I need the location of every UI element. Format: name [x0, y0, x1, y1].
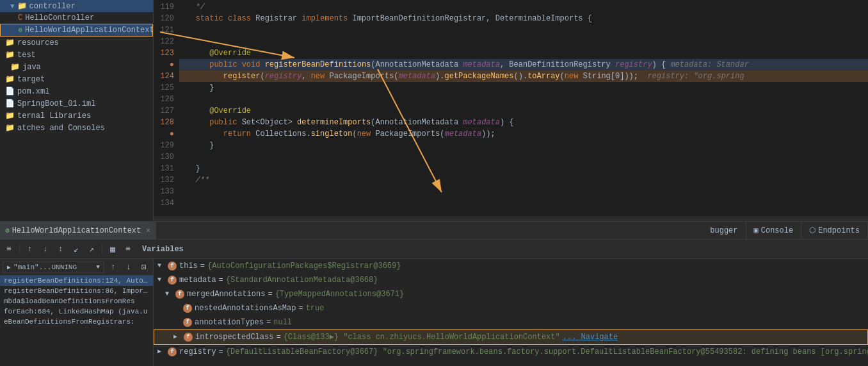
sidebar-item-scratches[interactable]: 📁 atches and Consoles	[0, 122, 153, 134]
var-eq-metadata: =	[219, 274, 223, 286]
var-name-anntypes: annotationTypes	[195, 317, 264, 328]
sidebar-item-iml[interactable]: 📄 SpringBoot_01.iml	[0, 97, 153, 110]
line-num-131: 131	[154, 163, 174, 174]
frames-dropdown[interactable]: ▶ "main"...UNNING ▼	[3, 262, 104, 273]
code-line-123: @Override	[179, 47, 868, 59]
var-val-metadata: {StandardAnnotationMetadata@3668}	[226, 274, 378, 286]
code-content-area[interactable]: */ static class Registrar implements Imp…	[179, 0, 868, 216]
java-file-icon: C	[18, 13, 22, 22]
var-type-icon-anntypes: f	[183, 318, 192, 327]
var-eq-registry: =	[219, 346, 223, 358]
frame-item-4[interactable]: eBeanDefinitionsFromRegistrars:	[0, 317, 153, 327]
var-eq-introspected: =	[276, 331, 280, 343]
frame-item-2[interactable]: mbda$loadBeanDefinitionsFromRes	[0, 296, 153, 306]
folder-icon-controller: 📁	[17, 1, 27, 11]
horizontal-scrollbar[interactable]	[154, 216, 868, 221]
file-icon-iml: 📄	[5, 99, 15, 108]
frames-list: registerBeanDefinitions:124, AutoCo regi…	[0, 276, 153, 366]
frame-item-3[interactable]: forEach:684, LinkedHashMap (java.u	[0, 306, 153, 317]
toolbar-btn-settings[interactable]: ≡	[122, 243, 134, 256]
folder-icon-res: 📁	[5, 38, 15, 47]
frame-item-0[interactable]: registerBeanDefinitions:124, AutoCo	[0, 276, 153, 286]
toolbar-btn-down[interactable]: ↓	[39, 243, 52, 256]
folder-icon-ext: 📁	[5, 111, 15, 121]
line-num-125: 125	[154, 82, 174, 94]
debug-tab-bugger[interactable]: bugger	[702, 222, 746, 239]
sidebar-item-pom[interactable]: 📄 pom.xml	[0, 85, 153, 97]
frame-label: eBeanDefinitionsFromRegistrars:	[4, 318, 135, 326]
frames-down-btn[interactable]: ↓	[122, 261, 135, 274]
sidebar-item-label: atches and Consoles	[17, 124, 105, 133]
var-registry[interactable]: ▶ f registry = {DefaultListableBeanFacto…	[154, 345, 868, 359]
debug-tab-console[interactable]: ▣ Console	[746, 222, 802, 239]
var-introspected-class[interactable]: ▶ f introspectedClass = {Class@133▶} "cl…	[154, 329, 868, 345]
sidebar-item-test[interactable]: 📁 test	[0, 49, 153, 61]
var-nested-annotations[interactable]: f nestedAnnotationsAsMap = true	[154, 301, 868, 315]
code-line-119: */	[179, 1, 868, 13]
file-icon-pom: 📄	[5, 87, 15, 96]
line-num-122: 122	[154, 36, 174, 47]
sidebar-item-label: java	[22, 63, 41, 72]
line-num-134: 134	[154, 197, 174, 209]
code-line-134: /**	[179, 174, 868, 186]
var-val-anntypes: null	[273, 317, 292, 328]
expand-icon-this: ▼	[157, 260, 165, 272]
code-line-126: }	[179, 82, 868, 94]
expand-icon-introspected: ▶	[173, 331, 181, 343]
sidebar-item-controller[interactable]: ▼ 📁 controller	[0, 0, 153, 12]
code-line-129: public Set<Object> determineImports(Anno…	[179, 117, 868, 128]
frames-toolbar: ▶ "main"...UNNING ▼ ↑ ↓ ⊡	[0, 259, 153, 276]
toolbar-btn-table[interactable]: ▦	[106, 243, 119, 256]
frame-label: forEach:684, LinkedHashMap (java.u	[4, 308, 147, 315]
navigate-link-introspected[interactable]: ... Navigate	[563, 331, 618, 343]
frames-filter-btn[interactable]: ⊡	[138, 261, 150, 274]
code-line-132	[179, 151, 868, 163]
sidebar-item-java[interactable]: 📁 java	[0, 61, 153, 73]
variables-label: Variables	[142, 245, 184, 254]
close-tab-icon[interactable]: ×	[146, 227, 150, 235]
line-num-123: 123 ●	[154, 47, 174, 71]
var-val-this: {AutoConfigurationPackages$Registrar@366…	[207, 260, 401, 272]
toolbar-btn-up[interactable]: ↑	[24, 243, 36, 256]
sidebar-item-resources[interactable]: 📁 resources	[0, 37, 153, 49]
file-tab-hwac[interactable]: ⚙ HelloWorldApplicationContext ×	[0, 222, 156, 239]
code-line-121	[179, 24, 868, 36]
toolbar-sep-2	[102, 244, 102, 254]
var-val-merged: {TypeMappedAnnotations@3671}	[275, 288, 405, 300]
sidebar-item-hwac[interactable]: ⚙ HelloWorldApplicationContext	[0, 24, 153, 37]
line-num-119: 119	[154, 1, 174, 13]
var-type-icon-introspected: f	[184, 333, 193, 342]
var-metadata[interactable]: ▼ f metadata = {StandardAnnotationMetada…	[154, 273, 868, 287]
var-name-this: this	[179, 260, 198, 272]
sidebar-item-label: pom.xml	[17, 87, 49, 96]
var-annotation-types[interactable]: f annotationTypes = null	[154, 315, 868, 329]
debug-tab-endpoints[interactable]: ⬡ Endpoints	[801, 222, 868, 239]
sidebar-item-target[interactable]: 📁 target	[0, 73, 153, 85]
frame-label: registerBeanDefinitions:86, ImportBe	[4, 287, 153, 295]
code-line-131: }	[179, 140, 868, 151]
thread-run-icon: ▶	[7, 263, 11, 271]
toolbar-btn-step-over[interactable]: ↕	[54, 243, 67, 256]
var-name-registry: registry	[179, 346, 216, 358]
toolbar-btn-step-into[interactable]: ↙	[70, 243, 83, 256]
frames-up-btn[interactable]: ↑	[107, 261, 120, 274]
toolbar-sep-1	[19, 244, 20, 254]
var-name-metadata: metadata	[179, 274, 216, 286]
line-numbers: 119 120 121 122 123 ● 124 125 126 127 12…	[154, 0, 179, 216]
sidebar-item-hello-controller[interactable]: C HelloController	[0, 12, 153, 24]
line-num-120: 120	[154, 13, 174, 24]
var-this[interactable]: ▼ f this = {AutoConfigurationPackages$Re…	[154, 259, 868, 273]
var-eq-merged: =	[268, 288, 272, 300]
toolbar-btn-list[interactable]: ≡	[3, 243, 15, 256]
expand-icon-merged: ▼	[165, 288, 173, 300]
frame-item-1[interactable]: registerBeanDefinitions:86, ImportBe	[0, 286, 153, 296]
var-merged-annotations[interactable]: ▼ f mergedAnnotations = {TypeMappedAnnot…	[154, 287, 868, 301]
debug-toolbar: ≡ ↑ ↓ ↕ ↙ ↗ ▦ ≡ Variables	[0, 240, 868, 259]
toolbar-btn-step-out[interactable]: ↗	[85, 243, 98, 256]
sidebar-item-ext-libs[interactable]: 📁 ternal Libraries	[0, 110, 153, 122]
var-val-introspected: {Class@133▶} "class cn.zhiyucs.HelloWorl…	[284, 331, 560, 343]
var-eq-this: =	[200, 260, 205, 272]
frames-dropdown-label: "main"...UNNING	[13, 263, 77, 271]
folder-expand-icon: ▼	[10, 3, 15, 10]
sidebar-item-label: HelloWorldApplicationContext	[25, 26, 154, 35]
